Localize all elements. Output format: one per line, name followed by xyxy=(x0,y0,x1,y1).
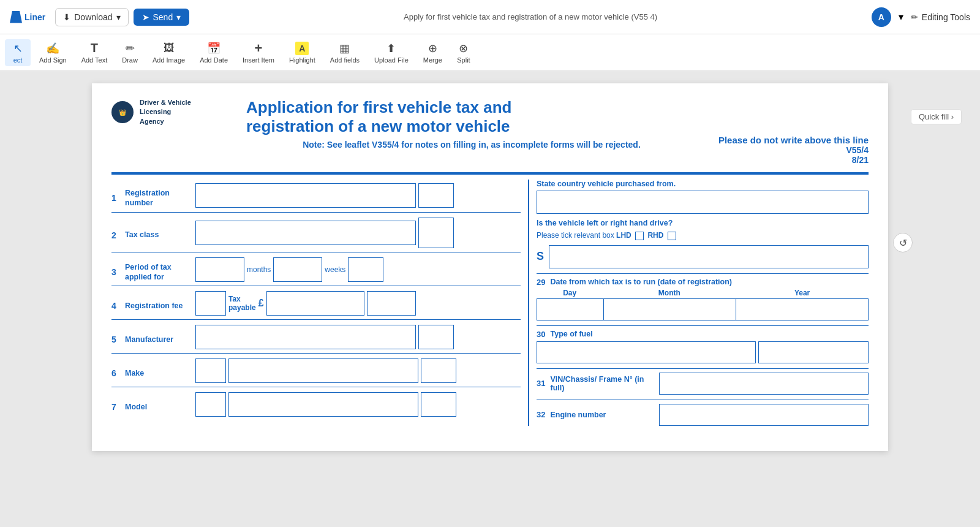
send-chevron-icon: ▾ xyxy=(176,12,181,22)
editing-tools-button[interactable]: ✏ Editing Tools xyxy=(911,12,970,22)
field-7-label: Model xyxy=(125,397,195,412)
field-7-extra-input[interactable] xyxy=(421,392,456,417)
field-1-label: Registration number xyxy=(125,183,195,208)
field-1-row: 1 Registration number xyxy=(111,180,521,213)
field-30-label: Type of fuel xyxy=(550,330,869,338)
field-32: 32 Engine number xyxy=(537,400,869,426)
tool-merge[interactable]: ⊕ Merge xyxy=(417,39,448,66)
field-6-small-prefix[interactable] xyxy=(195,358,226,383)
field-1-main-input[interactable] xyxy=(195,183,416,208)
field-32-input[interactable] xyxy=(659,404,869,426)
month-input[interactable] xyxy=(604,298,736,320)
download-chevron-icon: ▾ xyxy=(116,12,121,22)
tool-add-fields[interactable]: ▦ Add fields xyxy=(324,39,366,66)
drive-label: Is the vehicle left or right hand drive? xyxy=(537,219,869,227)
field-30-small-input[interactable] xyxy=(758,341,869,363)
field-4-amount-input[interactable] xyxy=(266,291,364,316)
field-2-inputs xyxy=(195,218,521,248)
tool-upload-label: Upload File xyxy=(374,56,409,64)
field-6-row: 6 Make xyxy=(111,355,521,387)
field-2-row: 2 Tax class xyxy=(111,214,521,252)
field-6-label: Make xyxy=(125,363,195,378)
day-input[interactable] xyxy=(537,298,604,320)
document: ↺ 👑 Driver & Vehicle Licensing Agency Ap… xyxy=(92,83,888,451)
field-31-input[interactable] xyxy=(659,373,869,395)
tool-highlight-label: Highlight xyxy=(289,56,315,64)
field-5-number: 5 xyxy=(111,330,125,344)
s-field-row: S xyxy=(537,245,869,268)
field-30: 30 Type of fuel xyxy=(537,325,869,363)
app-logo: Liner xyxy=(10,11,45,23)
tool-select[interactable]: ↖ ect xyxy=(5,39,31,66)
avatar-chevron-icon: ▾ xyxy=(899,11,903,23)
document-divider xyxy=(111,172,869,175)
field-5-small-input[interactable] xyxy=(418,325,454,349)
tool-insert-label: Insert Item xyxy=(243,56,274,64)
field-5-row: 5 Manufacturer xyxy=(111,321,521,354)
refresh-button[interactable]: ↺ xyxy=(893,233,913,252)
left-column: 1 Registration number 2 Tax class xyxy=(111,180,528,426)
avatar[interactable]: A xyxy=(872,7,891,27)
field-7-small-prefix[interactable] xyxy=(195,392,226,417)
tool-split-label: Split xyxy=(457,56,470,64)
field-4-sublabel: Taxpayable xyxy=(228,295,256,312)
field-2-main-input[interactable] xyxy=(195,221,416,245)
field-6-number: 6 xyxy=(111,363,125,378)
field-5-main-input[interactable] xyxy=(195,325,416,349)
s-input[interactable] xyxy=(549,245,869,268)
tool-add-text[interactable]: T Add Text xyxy=(75,39,114,66)
field-4-pence-input[interactable] xyxy=(367,291,416,316)
tool-add-date[interactable]: 📅 Add Date xyxy=(194,39,234,66)
year-input[interactable] xyxy=(736,298,869,320)
tool-highlight[interactable]: A Highlight xyxy=(283,39,322,66)
field-3-weeks-input[interactable] xyxy=(273,257,322,282)
lhd-rhd-options: Please tick relevant box LHD RHD xyxy=(537,231,869,240)
document-right-header: Please do not write above this line V55/… xyxy=(697,98,869,165)
app-name: Liner xyxy=(24,12,45,22)
rhd-label: RHD xyxy=(647,231,663,240)
tool-merge-label: Merge xyxy=(423,56,442,64)
tool-split[interactable]: ⊗ Split xyxy=(451,39,477,66)
rhd-checkbox[interactable] xyxy=(668,232,676,240)
field-6-main-input[interactable] xyxy=(228,358,418,383)
image-icon: 🖼 xyxy=(162,42,176,55)
split-icon: ⊗ xyxy=(457,42,470,55)
field-2-small-input[interactable] xyxy=(418,218,454,248)
field-3-extra-input[interactable] xyxy=(348,257,383,282)
field-3-label: Period of tax applied for xyxy=(125,257,195,282)
field-7-main-input[interactable] xyxy=(228,392,418,417)
tool-add-fields-label: Add fields xyxy=(330,56,360,64)
send-button[interactable]: ➤ Send ▾ xyxy=(134,9,190,26)
field-1-inputs xyxy=(195,183,521,208)
text-icon: T xyxy=(88,42,101,55)
tool-draw[interactable]: ✏ Draw xyxy=(116,39,144,66)
tool-select-label: ect xyxy=(13,56,23,64)
highlight-icon: A xyxy=(295,42,309,55)
dmy-header: Day Month Year xyxy=(537,289,869,297)
field-3-months-input[interactable] xyxy=(195,257,244,282)
tool-add-image[interactable]: 🖼 Add Image xyxy=(146,39,191,66)
tool-insert-item[interactable]: + Insert Item xyxy=(236,39,281,66)
field-2-number: 2 xyxy=(111,226,125,240)
field-6-inputs xyxy=(195,358,521,383)
months-label: months xyxy=(247,265,271,274)
tool-upload-file[interactable]: ⬆ Upload File xyxy=(368,39,415,66)
upload-icon: ⬆ xyxy=(385,42,398,55)
field-1-number: 1 xyxy=(111,188,125,203)
field-32-label: Engine number xyxy=(550,411,654,419)
field-30-main-input[interactable] xyxy=(537,341,756,363)
dvla-text: Driver & Vehicle Licensing Agency xyxy=(140,98,191,126)
tool-add-sign[interactable]: ✍ Add Sign xyxy=(33,39,73,66)
field-1-small-input[interactable] xyxy=(418,183,454,208)
lhd-checkbox[interactable] xyxy=(635,232,644,240)
download-button[interactable]: ⬇ Download ▾ xyxy=(55,8,128,26)
quick-fill-bar[interactable]: Quick fill › xyxy=(911,109,962,124)
tool-add-image-label: Add Image xyxy=(153,56,185,64)
country-input[interactable] xyxy=(537,191,869,214)
field-4-fee-input[interactable] xyxy=(195,291,226,316)
document-title: Apply for first vehicle tax and registra… xyxy=(194,12,867,21)
main-content: ↺ 👑 Driver & Vehicle Licensing Agency Ap… xyxy=(0,71,980,527)
field-6-extra-input[interactable] xyxy=(421,358,456,383)
field-4-number: 4 xyxy=(111,296,125,311)
send-icon: ➤ xyxy=(142,12,149,22)
